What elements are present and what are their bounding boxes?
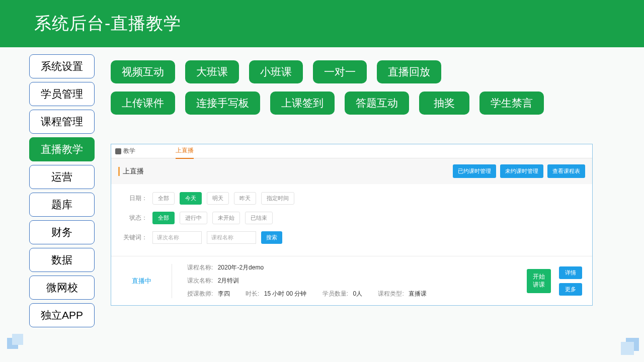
filters: 日期： 全部 今天 明天 昨天 指定时间 状态： 全部 进行中 未开始 已结束 …: [111, 184, 592, 256]
sidebar-item-question-bank[interactable]: 题库: [29, 193, 95, 217]
section-actions: 已约课时管理 未约课时管理 查看课程表: [453, 164, 585, 178]
decoration-bottom-right: [619, 335, 639, 355]
sidebar-item-course-manage[interactable]: 课程管理: [29, 110, 95, 134]
search-button[interactable]: 搜索: [261, 231, 282, 244]
date-all[interactable]: 全部: [152, 192, 175, 205]
duration-value: 15 小时 00 分钟: [264, 290, 307, 297]
lesson-name-label: 课次名称:: [187, 277, 213, 284]
status-badge: 直播中: [126, 277, 156, 286]
more-button[interactable]: 更多: [559, 283, 582, 296]
pill-live-replay[interactable]: 直播回放: [377, 60, 441, 83]
detail-button[interactable]: 详情: [559, 266, 582, 279]
date-custom[interactable]: 指定时间: [261, 192, 294, 205]
date-yesterday[interactable]: 昨天: [234, 192, 256, 205]
breadcrumb: 教学: [115, 147, 135, 155]
start-label-2: 讲课: [533, 281, 545, 289]
filter-keyword-row: 关键词： 课次名称 课程名称 搜索: [123, 231, 580, 244]
live-panel: 教学 上直播 上直播 已约课时管理 未约课时管理 查看课程表 日期： 全部 今天…: [111, 144, 593, 306]
pill-upload-courseware[interactable]: 上传课件: [111, 92, 175, 115]
start-label-1: 开始: [533, 273, 545, 281]
feature-row-1: 视频互动 大班课 小班课 一对一 直播回放: [111, 60, 632, 83]
lesson-name-value: 2月特训: [218, 277, 239, 284]
students-value: 0人: [353, 290, 362, 297]
section-header: 上直播 已约课时管理 未约课时管理 查看课程表: [111, 158, 592, 184]
btn-unbooked-lesson-manage[interactable]: 未约课时管理: [500, 164, 543, 178]
main-area: 系统设置 学员管理 课程管理 直播教学 运营 题库 财务 数据 微网校 独立AP…: [0, 47, 644, 327]
pill-class-signin[interactable]: 上课签到: [270, 92, 335, 115]
sidebar-item-finance[interactable]: 财务: [29, 220, 95, 244]
filter-status-row: 状态： 全部 进行中 未开始 已结束: [123, 212, 580, 224]
decoration-bottom-left: [7, 334, 24, 351]
sidebar-item-student-manage[interactable]: 学员管理: [29, 82, 95, 106]
sidebar: 系统设置 学员管理 课程管理 直播教学 运营 题库 财务 数据 微网校 独立AP…: [29, 54, 95, 327]
btn-view-schedule[interactable]: 查看课程表: [547, 164, 585, 178]
sidebar-item-data[interactable]: 数据: [29, 248, 95, 272]
sidebar-item-system-settings[interactable]: 系统设置: [29, 54, 95, 78]
date-label: 日期：: [123, 194, 147, 203]
feature-row-2: 上传课件 连接手写板 上课签到 答题互动 抽奖 学生禁言: [111, 92, 632, 115]
teacher-label: 授课教师:: [187, 290, 213, 297]
type-label: 课程类型:: [378, 290, 404, 297]
course-name-input[interactable]: 课程名称: [207, 231, 256, 244]
header-banner: 系统后台-直播教学: [0, 0, 644, 47]
date-tomorrow[interactable]: 明天: [207, 192, 229, 205]
sidebar-item-micro-school[interactable]: 微网校: [29, 276, 95, 300]
card-divider: [172, 264, 172, 298]
sidebar-item-standalone-app[interactable]: 独立APP: [29, 303, 95, 327]
course-name-value: 2020年-2月demo: [218, 264, 264, 271]
keyword-label: 关键词：: [123, 233, 147, 242]
teacher-value: 李四: [218, 290, 230, 297]
small-actions: 详情 更多: [559, 266, 582, 296]
pill-video-interact[interactable]: 视频互动: [111, 60, 175, 83]
breadcrumb-label: 教学: [123, 147, 135, 155]
section-title: 上直播: [118, 167, 144, 176]
course-name-label: 课程名称:: [187, 264, 213, 271]
pill-connect-tablet[interactable]: 连接手写板: [185, 92, 260, 115]
start-teach-button[interactable]: 开始 讲课: [527, 269, 551, 293]
type-value: 直播课: [409, 290, 427, 297]
pill-large-class[interactable]: 大班课: [185, 60, 239, 83]
pill-mute-student[interactable]: 学生禁言: [479, 92, 544, 115]
page-title: 系统后台-直播教学: [34, 12, 181, 35]
pill-lottery[interactable]: 抽奖: [419, 92, 469, 115]
btn-booked-lesson-manage[interactable]: 已约课时管理: [453, 164, 496, 178]
card-body: 课程名称: 2020年-2月demo 课次名称: 2月特训 授课教师: 李四 时…: [187, 263, 512, 298]
status-ended[interactable]: 已结束: [245, 212, 273, 224]
pill-one-on-one[interactable]: 一对一: [313, 60, 367, 83]
card-actions: 开始 讲课 详情 更多: [527, 266, 582, 296]
pill-answer-interact[interactable]: 答题互动: [345, 92, 409, 115]
students-label: 学员数量:: [323, 290, 348, 297]
status-notstarted[interactable]: 未开始: [212, 212, 240, 224]
date-today[interactable]: 今天: [180, 192, 202, 205]
panel-tabbar: 教学 上直播: [111, 144, 592, 158]
filter-date-row: 日期： 全部 今天 明天 昨天 指定时间: [123, 192, 580, 205]
tab-start-live[interactable]: 上直播: [176, 146, 194, 159]
content: 视频互动 大班课 小班课 一对一 直播回放 上传课件 连接手写板 上课签到 答题…: [111, 54, 644, 327]
duration-label: 时长:: [246, 290, 259, 297]
status-all[interactable]: 全部: [152, 212, 175, 224]
pill-small-class[interactable]: 小班课: [249, 60, 303, 83]
teaching-icon: [115, 148, 121, 154]
lesson-name-input[interactable]: 课次名称: [152, 231, 202, 244]
sidebar-item-live-teaching[interactable]: 直播教学: [29, 137, 95, 161]
lesson-card: 直播中 课程名称: 2020年-2月demo 课次名称: 2月特训 授课教师: …: [111, 256, 592, 305]
status-inprogress[interactable]: 进行中: [180, 212, 207, 224]
status-label: 状态：: [123, 214, 147, 222]
sidebar-item-operations[interactable]: 运营: [29, 165, 95, 189]
